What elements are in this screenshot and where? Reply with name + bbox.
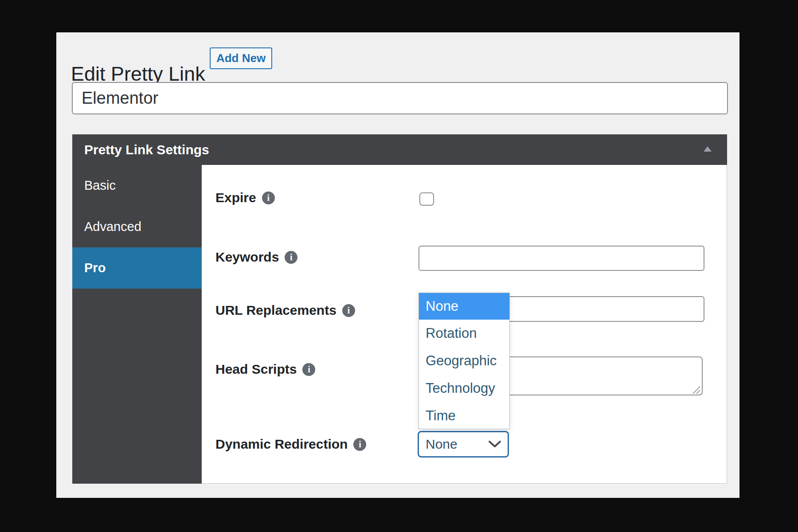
expire-label-row: Expire i [215,190,275,206]
tab-advanced-label: Advanced [84,219,141,234]
dynamic-redirection-label-row: Dynamic Redirection i [215,436,366,452]
add-new-button[interactable]: Add New [210,47,272,69]
resize-handle-icon[interactable] [691,385,701,395]
dropdown-option-geographic[interactable]: Geographic [419,347,509,375]
dynamic-redirection-dropdown: None Rotation Geographic Technology Time [419,293,510,429]
admin-page: Edit Pretty Link Add New Pretty Link Set… [56,32,739,498]
info-icon[interactable]: i [262,192,275,204]
info-glyph: i [359,439,361,450]
dynamic-redirection-select[interactable]: None [418,431,509,458]
info-glyph: i [348,305,350,316]
expire-checkbox[interactable] [419,192,434,206]
info-icon[interactable]: i [353,438,366,451]
keywords-label-row: Keywords i [215,249,297,265]
info-glyph: i [267,193,270,203]
select-value: None [426,437,488,452]
dynamic-redirection-label: Dynamic Redirection [215,437,348,452]
head-scripts-label-row: Head Scripts i [215,361,315,377]
tab-basic[interactable]: Basic [72,165,202,206]
collapse-panel-button[interactable] [698,134,717,165]
dropdown-option-technology[interactable]: Technology [419,375,509,402]
panel-header: Pretty Link Settings [72,134,727,165]
settings-tabs-sidebar: Basic Advanced Pro [72,165,202,484]
screenshot-canvas: { "header": { "title": "Edit Pretty Link… [0,0,798,532]
tab-basic-label: Basic [84,178,116,193]
expire-label: Expire [215,190,256,205]
link-name-input[interactable] [72,82,728,114]
keywords-input[interactable] [419,246,704,271]
triangle-up-icon [703,146,712,153]
dropdown-option-none[interactable]: None [419,293,509,320]
info-icon[interactable]: i [342,304,355,317]
url-replacements-label: URL Replacements [215,303,336,318]
dropdown-option-time[interactable]: Time [419,402,509,430]
panel-title: Pretty Link Settings [84,142,209,157]
head-scripts-label: Head Scripts [215,362,297,377]
info-icon[interactable]: i [285,251,297,264]
tab-pro-label: Pro [84,261,106,275]
tab-advanced[interactable]: Advanced [72,206,202,247]
info-glyph: i [308,364,310,375]
dropdown-option-rotation[interactable]: Rotation [419,320,509,347]
keywords-label: Keywords [215,250,279,265]
tab-pro[interactable]: Pro [72,247,202,289]
info-icon[interactable]: i [302,363,315,376]
info-glyph: i [290,252,293,262]
url-replacements-label-row: URL Replacements i [215,302,355,318]
chevron-down-icon [488,440,501,448]
